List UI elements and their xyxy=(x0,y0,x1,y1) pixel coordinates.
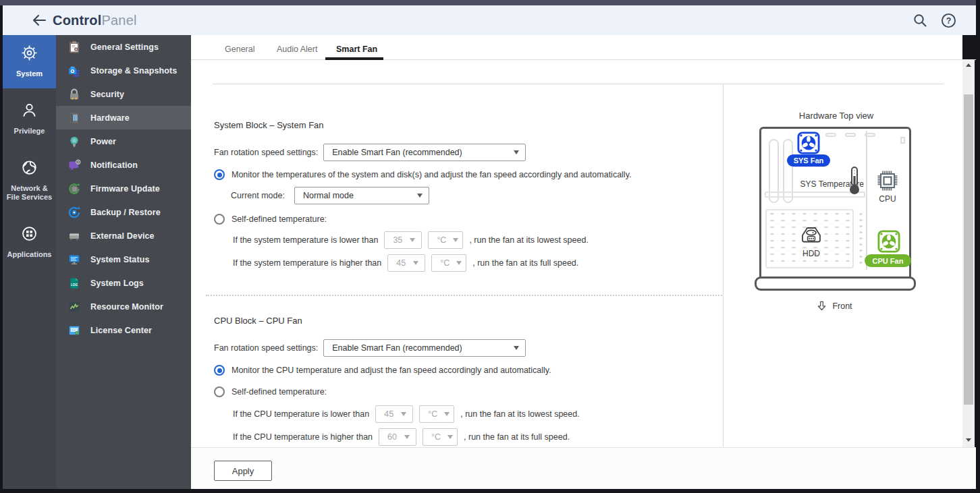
menu-item-label: System Status xyxy=(90,255,149,264)
section-divider-dotted xyxy=(206,295,722,296)
sidebar-item-network-file-services[interactable]: Network & File Services xyxy=(3,150,56,212)
menu-item-storage-snapshots[interactable]: Storage & Snapshots xyxy=(56,59,191,82)
chevron-down-icon xyxy=(417,194,423,198)
monitor-option-label: Monitor the CPU temperature and adjust t… xyxy=(232,366,551,375)
chevron-down-icon xyxy=(453,238,458,242)
chassis-detail xyxy=(900,137,905,144)
cpu-temp-rows: If the CPU temperature is lower than45°C… xyxy=(233,405,580,451)
current-mode-value: Normal mode xyxy=(303,191,354,200)
temp-value: 45 xyxy=(396,258,406,268)
menu-item-label: System Logs xyxy=(90,279,144,288)
chevron-down-icon xyxy=(456,261,462,265)
active-tab-underline xyxy=(325,57,383,60)
tab-audio-alert[interactable]: Audio Alert xyxy=(277,45,317,54)
sys-fan-icon xyxy=(797,132,820,154)
menu-item-general-settings[interactable]: General Settings xyxy=(56,35,191,59)
system-temp-unit-select[interactable]: °C xyxy=(431,254,466,272)
menu-item-license-center[interactable]: License Center xyxy=(56,318,191,342)
resource-monitor-icon xyxy=(67,299,81,314)
fan-speed-select-cpu[interactable]: Enable Smart Fan (recommended) xyxy=(323,339,526,357)
front-label: Front xyxy=(832,301,852,311)
sidebar-item-label: Applications xyxy=(7,250,51,260)
window-edge-right xyxy=(976,0,980,493)
chassis-detail xyxy=(845,133,856,137)
fan-speed-select-system[interactable]: Enable Smart Fan (recommended) xyxy=(323,144,526,161)
menu-item-backup-restore[interactable]: Backup / Restore xyxy=(56,200,191,224)
cpu-temp-value-select[interactable]: 45 xyxy=(375,405,413,423)
menu-item-system-status[interactable]: System Status xyxy=(56,248,191,271)
cpu-temp-unit-select[interactable]: °C xyxy=(419,405,454,423)
temp-value: 45 xyxy=(384,409,393,419)
system-temp-value-select[interactable]: 45 xyxy=(387,254,425,272)
front-arrow-icon xyxy=(817,301,826,311)
back-button[interactable] xyxy=(28,10,49,30)
menu-item-label: Hardware xyxy=(90,113,130,123)
monitor-option-label: Monitor the temperatures of the system a… xyxy=(232,170,631,179)
general-settings-icon xyxy=(67,40,81,54)
page-title: ControlPanel xyxy=(53,13,137,28)
system-temp-rows: If the system temperature is lower than3… xyxy=(233,231,589,277)
menu-item-hardware[interactable]: Hardware xyxy=(56,106,191,129)
section-title-cpu-fan: CPU Block – CPU Fan xyxy=(214,316,302,326)
help-icon[interactable]: ? xyxy=(940,11,957,29)
self-defined-radio-system[interactable] xyxy=(214,214,225,225)
monitor-radio-cpu[interactable] xyxy=(214,365,225,376)
temp-row-prefix: If the system temperature is higher than xyxy=(233,258,381,268)
hdd-icon xyxy=(798,225,824,251)
apply-button[interactable]: Apply xyxy=(214,461,272,481)
menu-item-security[interactable]: Security xyxy=(56,82,191,106)
current-mode-select[interactable]: Normal mode xyxy=(294,187,429,204)
scrollbar-down-arrow[interactable] xyxy=(966,438,971,442)
self-defined-row-cpu: Self-defined temperature: xyxy=(214,386,327,397)
monitor-radio-system[interactable] xyxy=(214,169,225,180)
sidebar-item-privilege[interactable]: Privilege xyxy=(3,92,56,146)
secondary-sidebar: General SettingsStorage & SnapshotsSecur… xyxy=(56,35,191,489)
cpu-temp-row-lower: If the CPU temperature is lower than45°C… xyxy=(233,405,580,423)
chevron-down-icon xyxy=(444,412,450,416)
menu-item-resource-monitor[interactable]: Resource Monitor xyxy=(56,295,191,318)
tab-general[interactable]: General xyxy=(225,45,254,54)
cpu-temp-value-select[interactable]: 60 xyxy=(379,428,416,446)
system-temp-unit-select[interactable]: °C xyxy=(428,231,463,249)
chevron-down-icon xyxy=(410,238,415,242)
svg-text:LOG: LOG xyxy=(71,283,78,287)
menu-item-label: External Device xyxy=(90,231,155,241)
sidebar-item-applications[interactable]: Applications xyxy=(3,216,56,269)
menu-item-label: General Settings xyxy=(90,42,159,52)
menu-item-notification[interactable]: Notification xyxy=(56,153,191,177)
temp-row-prefix: If the CPU temperature is higher than xyxy=(233,432,373,442)
person-icon xyxy=(20,101,38,122)
cpu-temp-unit-select[interactable]: °C xyxy=(423,428,458,446)
scrollbar-up-arrow[interactable] xyxy=(966,63,971,67)
system-temp-value-select[interactable]: 35 xyxy=(384,231,422,249)
current-mode-row: Current mode: Normal mode xyxy=(231,187,429,204)
vertical-scrollbar[interactable] xyxy=(962,59,975,447)
menu-item-external-device[interactable]: External Device xyxy=(56,224,191,248)
primary-sidebar: SystemPrivilegeNetwork & File ServicesAp… xyxy=(3,35,56,489)
fan-speed-label: Fan rotation speed settings: xyxy=(214,148,318,157)
menu-item-system-logs[interactable]: LOGSystem Logs xyxy=(56,271,191,295)
fan-speed-row-cpu: Fan rotation speed settings: Enable Smar… xyxy=(214,339,526,357)
footer-bar: Apply xyxy=(191,447,976,489)
fan-speed-value: Enable Smart Fan (recommended) xyxy=(332,343,462,353)
tab-smart-fan[interactable]: Smart Fan xyxy=(336,45,377,54)
cpu-chip-icon xyxy=(877,170,898,194)
self-defined-row-system: Self-defined temperature: xyxy=(214,214,327,225)
fan-speed-row-system: Fan rotation speed settings: Enable Smar… xyxy=(214,144,526,161)
search-icon[interactable] xyxy=(911,11,929,29)
window-edge-bottom xyxy=(0,489,980,493)
sidebar-item-system[interactable]: System xyxy=(3,35,56,88)
menu-item-firmware-update[interactable]: Firmware Update xyxy=(56,177,191,200)
hardware-top-view-diagram: SYS Fan SYS Temperature CPU xyxy=(759,127,911,286)
menu-item-label: Firmware Update xyxy=(90,184,160,194)
monitor-option-row-cpu: Monitor the CPU temperature and adjust t… xyxy=(214,365,551,376)
scrollbar-thumb[interactable] xyxy=(964,94,973,405)
arrow-left-icon xyxy=(30,12,47,28)
menu-item-label: Storage & Snapshots xyxy=(90,66,177,76)
temp-value: 60 xyxy=(387,432,397,442)
menu-item-power[interactable]: Power xyxy=(56,129,191,153)
hdd-label: HDD xyxy=(793,249,829,258)
temp-value: 35 xyxy=(393,235,402,245)
horizontal-divider xyxy=(213,84,944,84)
self-defined-radio-cpu[interactable] xyxy=(214,386,225,397)
